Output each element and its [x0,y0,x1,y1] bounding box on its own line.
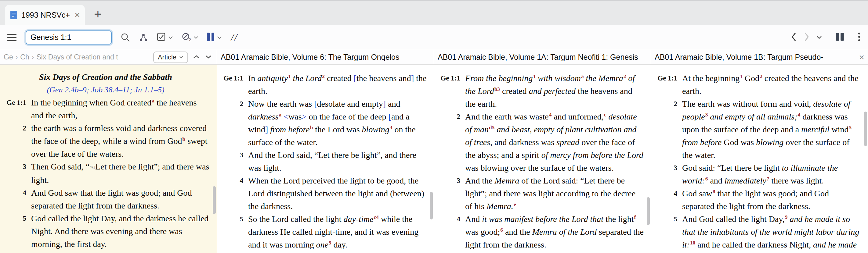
scrollbar-thumb[interactable] [647,197,650,225]
search-icon[interactable] [120,32,131,43]
parallel-panes-icon [206,32,215,43]
verse-number: 6 [1,251,31,253]
verse-number: 2 [1,122,31,160]
breadcrumb-cell: Ge › Ch › Six Days of Creation and t Art… [0,50,217,64]
verse: 4And God saw that the light was good; an… [1,186,210,212]
breadcrumb-book[interactable]: Ge [4,53,13,61]
verse-text: And God called the light Day,9 and he ma… [682,213,861,253]
verse-text: From the beginning1 with wisdoma the Mem… [465,72,644,110]
verse-text: The earth was without form and void, des… [682,98,861,161]
verse: Ge 1:1In the beginning when God createda… [1,96,210,122]
verse-number: 4 [435,213,465,251]
verse-list: Ge 1:1At the beginning1 God2 created the… [652,72,861,253]
breadcrumb-separator: › [32,53,34,61]
verse: 5And God called the light Day,9 and he m… [652,213,861,253]
verse-number: Ge 1:1 [435,72,465,110]
verse: 6Now the Lord said, “Let there be an exp… [218,251,427,253]
add-parallel-button[interactable]: // [231,32,238,43]
verse-number: 6 [218,251,248,253]
verse: 2And the earth was waste4 and unformed,c… [435,110,644,174]
pane-header-pseudo-jonathan: AB01 Aramaic Bible, Volume 1B: Targum Ps… [651,50,868,64]
back-button[interactable] [790,32,797,43]
verse-number: 2 [652,98,682,161]
verse-text: At the beginning1 God2 created the heave… [682,72,861,98]
scrollbar-thumb[interactable] [864,112,867,146]
parallel-text-area: Six Days of Creation and the Sabbath (Ge… [0,65,868,253]
pane-header-onqelos: AB01 Aramaic Bible, Volume 6: The Targum… [217,50,434,64]
breadcrumb-chapter[interactable]: Ch [20,53,29,61]
parallel-panes-button[interactable] [206,32,222,43]
history-chevron-icon[interactable] [816,35,822,40]
tab-close-icon[interactable]: × [74,10,80,20]
strike-differences-icon: 2 [181,32,191,43]
verse: 2Now the earth was [desolate and empty] … [218,98,427,149]
scrollbar-thumb[interactable] [213,186,216,214]
chevron-down-icon [168,35,173,40]
breadcrumb-separator: › [16,53,18,61]
verse-text: God said: “Let there be light to illumin… [682,161,861,187]
breadcrumb-section[interactable]: Six Days of Creation and t [36,53,118,61]
verse-text: And the Lord said, “Let there be light”,… [248,149,427,174]
verse-text: Now the earth was [desolate and empty] a… [248,98,427,149]
verse-text: Now the Lord said, “Let there be an expa… [248,251,427,253]
verse: 5So the Lord called the light day-timec4… [218,213,427,251]
new-tab-button[interactable]: + [94,7,102,21]
forward-button[interactable] [803,32,810,43]
verse-number: 3 [218,149,248,174]
verse-text: In the beginning when God createda the h… [31,96,210,122]
chevron-down-icon [193,35,198,40]
tab-bar: 1993 NRSVc+ × + [0,0,868,25]
pane-targum-onqelos: Ge 1:1In antiquity1 the Lord2 created [t… [217,65,434,253]
article-dropdown[interactable]: Article [153,51,188,63]
verse-text: And it was manifest before the Lord that… [465,213,644,251]
verse-number: 3 [1,160,31,186]
verse: Ge 1:1At the beginning1 God2 created the… [652,72,861,98]
pane-title: AB01 Aramaic Bible, Volume 6: The Targum… [221,53,430,62]
parallel-references[interactable]: (Gen 2.4b–9; Job 38.4–11; Jn 1.1–5) [1,83,210,96]
breadcrumb: Ge › Ch › Six Days of Creation and t [4,53,150,61]
tab-1993-nrsvc[interactable]: 1993 NRSVc+ × [5,5,85,25]
pane-title: AB01 Aramaic Bible, Volume 1A: Targum Ne… [438,53,647,62]
verse-text: In antiquity1 the Lord2 created [the hea… [248,72,427,98]
close-pane-button[interactable]: × [859,53,864,62]
verse-text: When the Lord perceived the light to be … [248,174,427,213]
verse-number: 3 [435,174,465,213]
verse-number: 5 [1,212,31,251]
verse-number: 5 [218,213,248,251]
verse-text: And God said, “Let there be a dome in th… [31,251,210,253]
verse-number: 4 [1,186,31,212]
compare-differences-button[interactable]: 2 [181,32,198,43]
details-cluster-icon[interactable] [138,33,148,42]
bible-text-icon [10,10,18,20]
pane-header-neofiti: AB01 Aramaic Bible, Volume 1A: Targum Ne… [434,50,651,64]
svg-text:2: 2 [189,37,191,42]
more-options-icon[interactable] [858,32,861,43]
pane-nrsv: Six Days of Creation and the Sabbath (Ge… [0,65,217,253]
verse: 2the earth was a formless void and darkn… [1,122,210,160]
section-heading: Six Days of Creation and the Sabbath [1,71,210,83]
verse-text: And the earth was waste4 and unformed,c … [465,110,644,174]
verse-text: And God saw that the light was good; and… [31,186,210,212]
verse: 4God saw8 that the light was good; and G… [652,187,861,213]
verse-text: the earth was a formless void and darkne… [31,122,210,160]
pane-targum-neofiti: Ge 1:1From the beginning1 with wisdoma t… [434,65,651,253]
verse: Ge 1:1From the beginning1 with wisdoma t… [435,72,644,110]
previous-section-button[interactable] [193,55,199,60]
chevron-down-icon [217,35,222,40]
verse-number: Ge 1:1 [218,72,248,98]
next-section-button[interactable] [205,55,212,60]
menu-icon[interactable] [7,34,17,41]
pane-targum-pseudo-jonathan: Ge 1:1At the beginning1 God2 created the… [651,65,868,253]
reference-search-input[interactable] [26,31,112,44]
article-dropdown-label: Article [158,53,177,61]
verse-list: Ge 1:1In the beginning when God createda… [1,96,210,253]
verse-number: 4 [652,187,682,213]
pane-layout-icon[interactable] [835,32,845,43]
verse: 3Then God said, “☜Let there be light”; a… [1,160,210,186]
text-display-settings-button[interactable] [156,32,173,43]
checkbox-icon [156,32,166,43]
verse-text: And the Memra of the Lord said: “Let the… [465,174,644,213]
verse-text: God saw8 that the light was good; and Go… [682,187,861,213]
verse: 3And the Lord said, “Let there be light”… [218,149,427,174]
scrollbar-thumb[interactable] [430,192,433,219]
